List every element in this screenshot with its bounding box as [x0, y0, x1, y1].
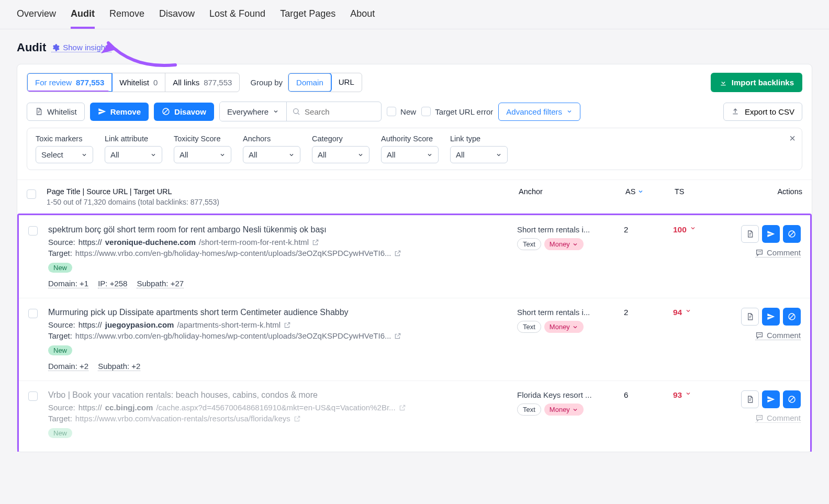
chevron-down-icon — [288, 152, 295, 158]
export-csv-button[interactable]: Export to CSV — [723, 103, 802, 121]
filter-toxic-markers-select[interactable]: Select — [36, 146, 93, 163]
doc-icon — [746, 395, 754, 404]
anchor-text: Florida Keys resort ... — [517, 390, 617, 399]
col-subtitle: 1-50 out of 71,320 domains (total backli… — [47, 198, 511, 206]
table-row: spektrum borç göl short term room for re… — [19, 215, 810, 298]
group-by-domain[interactable]: Domain — [288, 73, 332, 92]
row-target[interactable]: Target: https://www.vrbo.com/vacation-re… — [48, 414, 510, 423]
subpath-count-link[interactable]: Subpath: +27 — [137, 279, 184, 288]
target-url-error-checkbox[interactable]: Target URL error — [421, 107, 493, 116]
tab-whitelist[interactable]: Whitelist 0 — [112, 73, 165, 92]
filter-toxicity-score-select[interactable]: All — [174, 146, 231, 163]
action-remove-icon[interactable] — [762, 225, 780, 243]
disavow-button[interactable]: Disavow — [154, 103, 214, 121]
action-disavow-icon[interactable] — [783, 308, 801, 326]
table-row: Vrbo | Book your vacation rentals: beach… — [19, 380, 810, 452]
action-disavow-icon[interactable] — [783, 390, 801, 408]
action-whitelist-icon[interactable] — [741, 308, 759, 326]
nav-disavow[interactable]: Disavow — [159, 8, 195, 29]
chevron-down-icon — [150, 152, 156, 158]
row-target[interactable]: Target: https://www.vrbo.com/en-gb/holid… — [48, 331, 510, 340]
row-checkbox[interactable] — [28, 391, 38, 401]
domain-count-link[interactable]: Domain: +2 — [48, 362, 88, 371]
scope-dropdown[interactable]: Everywhere — [220, 102, 287, 121]
comment-link[interactable]: Comment — [755, 248, 801, 257]
row-title: Vrbo | Book your vacation rentals: beach… — [48, 390, 510, 400]
row-checkbox[interactable] — [28, 309, 38, 318]
anchor-money-badge[interactable]: Money — [544, 238, 584, 250]
import-backlinks-button[interactable]: Import backlinks — [711, 73, 802, 92]
doc-icon — [35, 107, 43, 116]
domain-count-link[interactable]: Domain: +1 — [48, 279, 88, 288]
action-disavow-icon[interactable] — [783, 225, 801, 243]
row-target[interactable]: Target: https://www.vrbo.com/en-gb/holid… — [48, 249, 510, 257]
remove-button[interactable]: Remove — [90, 103, 149, 121]
segment-tabs: For review 877,553 Whitelist 0 All links… — [27, 73, 240, 92]
show-insights-link[interactable]: Show insights — [51, 43, 111, 52]
search-input[interactable] — [287, 102, 381, 121]
block-icon — [162, 107, 170, 116]
filter-toxic-markers-label: Toxic markers — [36, 135, 93, 143]
advanced-filters-button[interactable]: Advanced filters — [498, 103, 580, 121]
anchor-type-text-badge: Text — [517, 404, 541, 416]
action-whitelist-icon[interactable] — [741, 225, 759, 243]
gear-icon — [51, 43, 60, 52]
ts-value[interactable]: 100 — [673, 225, 725, 288]
filter-link-attribute-select[interactable]: All — [105, 146, 162, 163]
chevron-down-icon — [81, 152, 87, 158]
external-link-icon — [284, 321, 291, 329]
send-icon — [767, 230, 775, 238]
filter-category-label: Category — [312, 135, 369, 143]
group-by-url[interactable]: URL — [331, 73, 362, 92]
tab-for-review[interactable]: For review 877,553 — [27, 73, 113, 92]
search-group: Everywhere — [219, 102, 382, 121]
comment-link[interactable]: Comment — [755, 413, 801, 423]
new-checkbox[interactable]: New — [387, 107, 416, 116]
nav-about[interactable]: About — [350, 8, 375, 29]
close-filters-icon[interactable]: × — [789, 132, 796, 144]
row-source[interactable]: Source: https://cc.bingj.com/cache.aspx?… — [48, 403, 510, 412]
filter-anchors-select[interactable]: All — [243, 146, 300, 163]
select-all-checkbox[interactable] — [27, 189, 36, 199]
filter-link-type-select[interactable]: All — [450, 146, 508, 163]
block-icon — [788, 395, 796, 404]
ip-count-link[interactable]: IP: +258 — [98, 279, 127, 288]
chevron-down-icon — [690, 225, 696, 231]
comment-link[interactable]: Comment — [755, 331, 801, 340]
block-icon — [788, 230, 796, 238]
as-value: 2 — [624, 308, 666, 371]
chevron-down-icon — [572, 407, 578, 413]
nav-target-pages[interactable]: Target Pages — [280, 8, 335, 29]
filter-link-type-label: Link type — [450, 135, 508, 143]
anchor-money-badge[interactable]: Money — [544, 321, 584, 333]
row-source[interactable]: Source: https://veronique-duchene.com/sh… — [48, 238, 510, 247]
tab-all-links[interactable]: All links 877,553 — [165, 73, 239, 92]
main-card: For review 877,553 Whitelist 0 All links… — [17, 64, 812, 452]
send-icon — [98, 107, 106, 116]
subpath-count-link[interactable]: Subpath: +2 — [98, 362, 140, 371]
as-value: 2 — [624, 225, 666, 288]
anchor-money-badge[interactable]: Money — [544, 404, 584, 416]
row-checkbox[interactable] — [28, 226, 38, 236]
filter-authority-score-select[interactable]: All — [381, 146, 439, 163]
chevron-down-icon — [427, 152, 433, 158]
action-remove-icon[interactable] — [762, 308, 780, 326]
row-source[interactable]: Source: https://juegoypasion.com/apartme… — [48, 320, 510, 329]
nav-lost-found[interactable]: Lost & Found — [209, 8, 265, 29]
results-highlight-box: spektrum borç göl short term room for re… — [17, 214, 812, 452]
nav-overview[interactable]: Overview — [17, 8, 56, 29]
filter-category-select[interactable]: All — [312, 146, 369, 163]
anchor-type-text-badge: Text — [517, 321, 541, 333]
col-as[interactable]: AS — [625, 187, 667, 196]
ts-value[interactable]: 94 — [673, 308, 725, 371]
nav-remove[interactable]: Remove — [109, 8, 144, 29]
nav-audit[interactable]: Audit — [71, 8, 95, 29]
chevron-down-icon — [572, 241, 578, 248]
new-badge: New — [48, 345, 72, 355]
col-ts: TS — [675, 187, 727, 196]
group-by-label: Group by — [250, 78, 283, 87]
action-whitelist-icon[interactable] — [741, 390, 759, 408]
whitelist-button[interactable]: Whitelist — [27, 103, 85, 121]
ts-value[interactable]: 93 — [673, 390, 725, 442]
action-remove-icon[interactable] — [762, 390, 780, 408]
